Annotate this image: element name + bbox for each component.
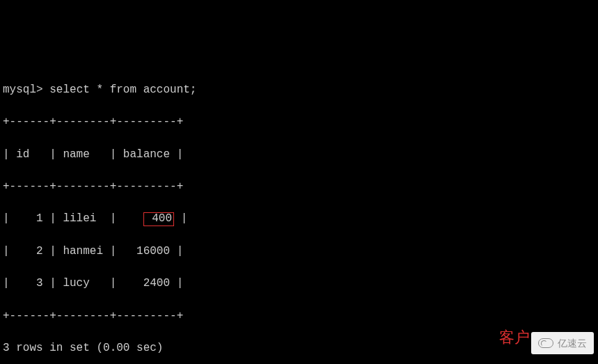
row-cells-post: |: [174, 212, 187, 225]
watermark: 亿速云: [531, 332, 594, 354]
table-row: | 2 | hanmei | 16000 |: [3, 244, 595, 260]
row-cells-pre: | 1 | lilei |: [3, 212, 143, 225]
client-label: 客户: [499, 326, 530, 349]
mysql-prompt: mysql>: [3, 84, 43, 96]
cloud-icon: [538, 338, 553, 348]
table-separator: +------+--------+---------+: [3, 114, 595, 130]
table-row: | 3 | lucy | 2400 |: [3, 276, 595, 292]
table-separator: +------+--------+---------+: [3, 308, 595, 324]
terminal-output: mysql> select * from account; +------+--…: [0, 65, 598, 364]
prompt-line-1: mysql> select * from account;: [3, 82, 595, 98]
highlighted-balance: 400: [143, 212, 174, 226]
table-row: | 1 | lilei | 400 |: [3, 211, 595, 227]
table-separator: +------+--------+---------+: [3, 179, 595, 195]
sql-command: select * from account;: [49, 84, 196, 96]
table-header: | id | name | balance |: [3, 147, 595, 163]
watermark-text: 亿速云: [558, 336, 587, 350]
